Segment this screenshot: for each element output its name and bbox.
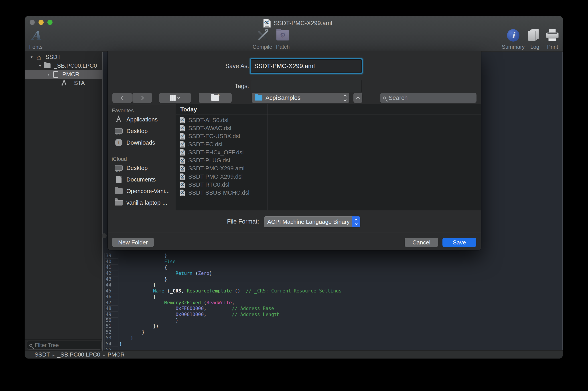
filter-tree-field[interactable]: [27, 341, 102, 350]
search-icon: [29, 344, 32, 347]
tree-row-label: PMCR: [62, 71, 79, 78]
tree-row--SB-PC00-LPC0[interactable]: ▼_SB.PC00.LPC0: [25, 61, 102, 70]
code-line[interactable]: 47 Memory32Fixed (ReadWrite,: [104, 300, 562, 306]
toolbar-item-print[interactable]: Print: [531, 28, 563, 50]
file-name: SSDT-AWAC.dsl: [188, 125, 231, 132]
file-item[interactable]: SSDT-EC.dsl: [176, 140, 267, 148]
line-number: 49: [104, 311, 118, 317]
location-popup[interactable]: AcpiSamples: [252, 93, 350, 103]
places-item-Documents[interactable]: Documents: [108, 174, 176, 185]
code-line[interactable]: 52 }: [104, 329, 562, 335]
code-line[interactable]: 48 0xFE000000, // Address Base: [104, 306, 562, 311]
line-number: 46: [104, 294, 118, 299]
breadcrumb-segment[interactable]: _SB.PC00.LPC0: [57, 351, 100, 358]
location-value: AcpiSamples: [265, 95, 301, 101]
places-section-title: iCloud: [108, 153, 176, 162]
places-item-label: vanilla-laptop-...: [126, 199, 167, 206]
splitter-handle-icon[interactable]: [102, 233, 107, 238]
document-icon: [180, 190, 185, 196]
code-line[interactable]: 40 Else: [104, 258, 562, 264]
toolbar-item-patch[interactable]: ⚙Patch: [262, 28, 304, 50]
disclosure-triangle-icon[interactable]: ▼: [28, 55, 35, 59]
line-number: 45: [104, 288, 118, 294]
save-as-field[interactable]: SSDT-PMC-X299.aml: [251, 59, 362, 73]
code-line[interactable]: 42 Return (Zero): [104, 270, 562, 276]
search-input[interactable]: [388, 94, 473, 102]
file-item[interactable]: SSDT-EC-USBX.dsl: [176, 132, 267, 140]
tree-row--STA[interactable]: _STA: [25, 79, 102, 88]
places-item-vanilla-laptop-[interactable]: vanilla-laptop-...: [108, 197, 176, 208]
code-line[interactable]: 45 Name (_CRS, ResourceTemplate () // _C…: [104, 288, 562, 294]
file-format-value: ACPI Machine Language Binary: [267, 218, 350, 225]
folder-icon: [115, 188, 123, 194]
new-folder-button[interactable]: New Folder: [112, 238, 154, 247]
pane-splitter[interactable]: [102, 52, 103, 351]
code-line[interactable]: 53 }: [104, 335, 562, 341]
places-item-label: Documents: [126, 176, 156, 183]
places-item-Desktop[interactable]: Desktop: [108, 162, 176, 174]
code-line[interactable]: 44 }: [104, 282, 562, 288]
places-item-Applications[interactable]: Applications: [108, 114, 176, 125]
line-number: 52: [104, 329, 118, 335]
line-number: 48: [104, 306, 118, 311]
file-item[interactable]: SSDT-PMC-X299.aml: [176, 165, 267, 173]
forward-button[interactable]: [132, 93, 152, 103]
code-line[interactable]: 51 }): [104, 323, 562, 329]
collapse-sheet-button[interactable]: [353, 93, 362, 103]
disclosure-triangle-icon[interactable]: ▼: [37, 64, 43, 68]
cancel-button[interactable]: Cancel: [405, 238, 438, 247]
file-item[interactable]: SSDT-PMC-X299.dsl: [176, 173, 267, 181]
back-button[interactable]: [113, 93, 132, 103]
document-icon: [263, 19, 271, 28]
filter-tree-input[interactable]: [34, 342, 104, 349]
places-item-Desktop[interactable]: Desktop: [108, 125, 176, 137]
code-line[interactable]: 54}: [104, 341, 562, 347]
toolbar-item-fonts[interactable]: AFonts: [24, 28, 57, 50]
patch-icon: ⚙: [276, 30, 289, 40]
places-item-Opencore-Vani-[interactable]: Opencore-Vani...: [108, 185, 176, 197]
view-mode-button[interactable]: [159, 93, 191, 103]
places-item-Downloads[interactable]: Downloads: [108, 137, 176, 148]
zoom-button[interactable]: [47, 20, 53, 25]
code-line[interactable]: 49 0x00010000, // Address Length: [104, 311, 562, 317]
tree-row-PMCR[interactable]: ▼PMCR: [25, 70, 102, 79]
code-line[interactable]: 41 {: [104, 264, 562, 270]
code-text: }: [118, 282, 156, 288]
places-section-title: Favorites: [108, 105, 176, 114]
save-button[interactable]: Save: [443, 238, 476, 247]
file-item[interactable]: SSDT-ALS0.dsl: [176, 116, 267, 124]
fonts-icon: A: [31, 29, 40, 42]
save-as-label: Save As:: [108, 59, 249, 73]
disclosure-triangle-icon[interactable]: ▼: [45, 73, 52, 76]
breadcrumb-segment[interactable]: SSDT: [34, 351, 50, 358]
code-line[interactable]: 43 }: [104, 276, 562, 282]
downloads-icon: [115, 139, 122, 146]
code-line[interactable]: 39 }: [104, 253, 562, 258]
code-line[interactable]: 50 ): [104, 317, 562, 323]
code-line[interactable]: 46 {: [104, 294, 562, 299]
code-text: }: [118, 335, 133, 341]
line-number: 50: [104, 317, 118, 323]
file-item[interactable]: SSDT-PLUG.dsl: [176, 156, 267, 164]
code-line[interactable]: 55: [104, 347, 562, 351]
method-icon: [60, 79, 68, 88]
search-field[interactable]: [380, 93, 476, 103]
new-folder-icon-button[interactable]: [199, 93, 232, 103]
file-item[interactable]: SSDT-EHCx_OFF.dsl: [176, 148, 267, 156]
folder-icon: [44, 63, 51, 68]
group-title: Today: [180, 106, 197, 113]
file-item[interactable]: SSDT-SBUS-MCHC.dsl: [176, 189, 267, 197]
tree-row-SSDT[interactable]: ▼⌂SSDT: [25, 53, 102, 61]
new-folder-icon: [211, 95, 219, 101]
file-item[interactable]: SSDT-AWAC.dsl: [176, 124, 267, 132]
file-item[interactable]: SSDT-RTC0.dsl: [176, 181, 267, 189]
line-number: 43: [104, 276, 118, 282]
minimize-button[interactable]: [38, 20, 44, 25]
breadcrumb-segment[interactable]: PMCR: [108, 351, 125, 358]
file-name: SSDT-RTC0.dsl: [188, 181, 229, 188]
file-format-popup[interactable]: ACPI Machine Language Binary: [264, 216, 360, 227]
tree-sidebar: ▼⌂SSDT▼_SB.PC00.LPC0▼PMCR_STA: [25, 52, 102, 351]
close-button[interactable]: [30, 20, 35, 25]
line-number: 40: [104, 258, 118, 264]
tags-field[interactable]: [251, 80, 362, 92]
